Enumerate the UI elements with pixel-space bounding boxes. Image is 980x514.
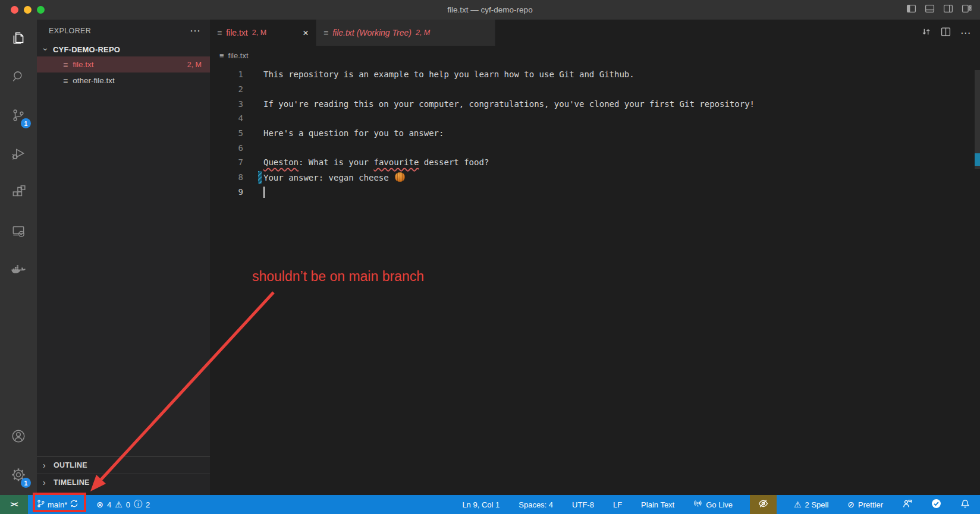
file-name: file.txt	[73, 60, 93, 69]
account-icon	[11, 428, 26, 446]
sidebar-item-search[interactable]	[0, 58, 37, 97]
customize-layout-icon[interactable]	[962, 4, 972, 16]
open-changes-icon[interactable]	[921, 27, 931, 39]
code-line: Queston: What is your favourite dessert …	[263, 157, 489, 167]
status-bar: >< main* ⊗ 4 ⚠ 0 ⓘ 2 Ln 9, Col 1 Spaces:…	[0, 495, 980, 514]
outline-panel-header[interactable]: › OUTLINE	[37, 456, 210, 474]
text-file-icon: ≡	[63, 60, 68, 70]
eol-setting[interactable]: LF	[611, 495, 624, 514]
settings-badge: 1	[21, 478, 31, 488]
code-line: Your answer: vegan cheese	[263, 172, 405, 182]
text-file-icon: ≡	[219, 51, 224, 60]
broadcast-icon	[693, 499, 702, 510]
spell-checker-status[interactable]: ⚠ 2 Spell	[792, 495, 830, 514]
search-icon	[11, 69, 26, 87]
timeline-panel-header[interactable]: › TIMELINE	[37, 474, 210, 491]
check-circle-icon	[931, 499, 941, 510]
info-icon: ⓘ	[134, 499, 142, 510]
misspelled-word: Queston	[263, 157, 299, 167]
language-mode[interactable]: Plain Text	[639, 495, 676, 514]
settings-button[interactable]: 1	[0, 456, 37, 495]
notifications-button[interactable]	[959, 495, 972, 514]
toggle-panel-icon[interactable]	[925, 4, 935, 16]
modified-line-gutter-marker	[258, 171, 262, 184]
chevron-right-icon: ›	[43, 461, 50, 470]
close-tab-icon[interactable]: ×	[303, 28, 309, 38]
code-editor[interactable]: 1This repository is an example to help y…	[210, 67, 974, 199]
source-control-badge: 1	[21, 118, 31, 128]
explorer-sidebar: EXPLORER ⋯ › CYF-DEMO-REPO ≡ file.txt 2,…	[37, 20, 210, 495]
bell-icon	[960, 499, 970, 510]
files-icon	[11, 30, 26, 48]
breadcrumb-file: file.txt	[228, 51, 249, 60]
close-window-button[interactable]	[11, 6, 18, 14]
problems-indicator[interactable]: ⊗ 4 ⚠ 0 ⓘ 2	[95, 495, 152, 514]
folder-section-header[interactable]: › CYF-DEMO-REPO	[37, 42, 210, 56]
warning-icon: ⚠	[115, 500, 122, 509]
sidebar-item-docker[interactable]	[0, 251, 37, 290]
code-line: If you're reading this on your computer,…	[263, 99, 755, 109]
folder-name: CYF-DEMO-REPO	[53, 45, 120, 54]
text-file-icon: ≡	[63, 76, 68, 86]
check-status-button[interactable]	[929, 495, 943, 514]
sidebar-title: EXPLORER	[49, 27, 91, 35]
annotation-text: shouldn’t be on main branch	[252, 269, 424, 285]
sidebar-item-source-control[interactable]: 1	[0, 97, 37, 135]
text-file-icon: ≡	[217, 28, 222, 37]
go-live-button[interactable]: Go Live	[692, 495, 734, 514]
run-debug-icon	[11, 146, 26, 164]
window-title: file.txt — cyf-demo-repo	[0, 5, 980, 14]
split-editor-icon[interactable]	[941, 27, 951, 39]
code-line: Here's a question for you to answer:	[263, 128, 444, 138]
chevron-right-icon: ›	[43, 478, 50, 487]
cursor-position[interactable]: Ln 9, Col 1	[460, 495, 501, 514]
chevron-down-icon: ›	[41, 45, 51, 53]
text-file-icon: ≡	[323, 28, 328, 37]
hidden-issues-toggle[interactable]	[750, 495, 777, 514]
sidebar-item-explorer[interactable]	[0, 20, 37, 58]
file-row-other-file-txt[interactable]: ≡ other-file.txt	[37, 72, 210, 89]
vscode-window: file.txt — cyf-demo-repo 1	[0, 0, 980, 514]
minimize-window-button[interactable]	[24, 6, 32, 14]
maximize-window-button[interactable]	[37, 6, 45, 14]
mooncake-emoji	[395, 172, 405, 182]
toggle-sidebar-icon[interactable]	[906, 4, 916, 16]
activity-bar: 1 1	[0, 20, 37, 495]
feedback-button[interactable]	[900, 495, 914, 514]
toggle-secondary-sidebar-icon[interactable]	[943, 4, 953, 16]
tab-bar: ≡ file.txt 2, M × ≡ file.txt (Working Tr…	[210, 20, 980, 46]
remote-explorer-icon	[11, 223, 26, 241]
person-feedback-icon	[902, 499, 912, 510]
sidebar-item-remote-explorer[interactable]	[0, 213, 37, 251]
breadcrumb[interactable]: ≡ file.txt	[210, 46, 980, 65]
formatter-status[interactable]: ⊘ Prettier	[846, 495, 885, 514]
accounts-button[interactable]	[0, 418, 37, 456]
editor-more-actions-icon[interactable]: ⋯	[960, 27, 970, 39]
text-cursor	[263, 187, 265, 198]
indentation-setting[interactable]: Spaces: 4	[517, 495, 555, 514]
file-name: other-file.txt	[73, 76, 115, 85]
docker-icon	[10, 261, 27, 280]
misspelled-word: favourite	[373, 157, 419, 167]
slash-circle-icon: ⊘	[847, 500, 855, 509]
error-icon: ⊗	[96, 500, 103, 509]
eye-off-icon	[758, 499, 768, 510]
explorer-more-actions-icon[interactable]: ⋯	[190, 24, 200, 37]
extensions-icon	[11, 185, 26, 203]
titlebar: file.txt — cyf-demo-repo	[0, 0, 980, 20]
window-controls	[11, 6, 45, 14]
remote-window-button[interactable]: ><	[0, 495, 28, 514]
editor-group: ≡ file.txt 2, M × ≡ file.txt (Working Tr…	[210, 20, 980, 495]
file-problems-badge: 2, M	[187, 61, 202, 69]
warning-icon: ⚠	[794, 500, 802, 509]
encoding-setting[interactable]: UTF-8	[570, 495, 596, 514]
tab-file-txt[interactable]: ≡ file.txt 2, M ×	[210, 20, 316, 46]
sidebar-item-run-debug[interactable]	[0, 135, 37, 174]
sidebar-item-extensions[interactable]	[0, 174, 37, 213]
code-line: This repository is an example to help yo…	[263, 70, 635, 79]
annotation-highlight-box	[33, 493, 86, 512]
tab-file-txt-working-tree[interactable]: ≡ file.txt (Working Tree) 2, M	[316, 20, 495, 46]
overview-ruler-modified-marker	[975, 153, 980, 166]
file-row-file-txt[interactable]: ≡ file.txt 2, M	[37, 56, 210, 72]
